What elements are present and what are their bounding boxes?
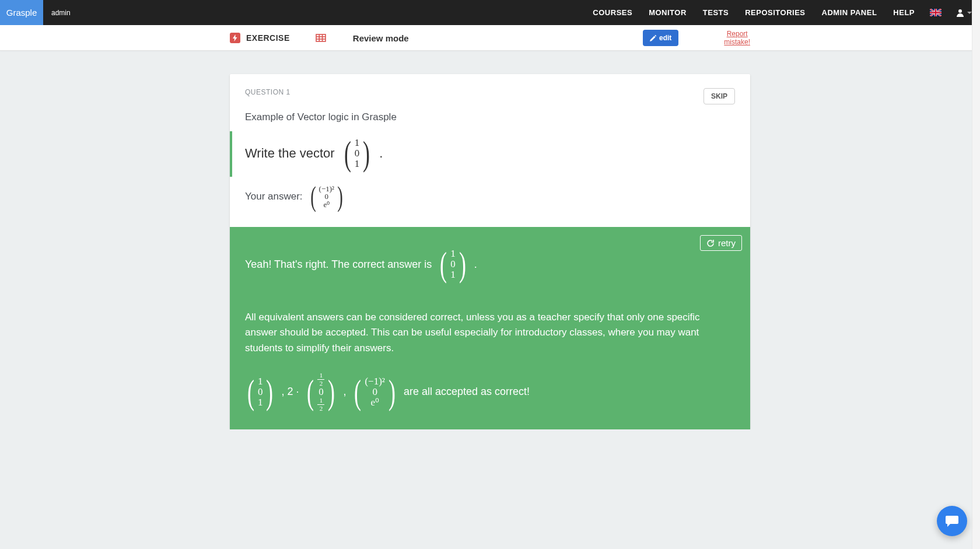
- vec-entry: 0: [258, 387, 263, 397]
- question-title: Example of Vector logic in Grasple: [230, 104, 750, 123]
- vec-entry: 1: [355, 138, 360, 148]
- vec-entry: (−1)²: [365, 376, 385, 387]
- vec-entry: 1: [258, 376, 263, 387]
- feedback-head-post: .: [474, 258, 477, 271]
- question-prompt: Write the vector ( 1 0 1 ) .: [230, 131, 750, 177]
- vec-entry: 12: [317, 372, 324, 387]
- role-label: admin: [43, 0, 79, 25]
- skip-button[interactable]: SKIP: [704, 88, 735, 104]
- edit-button[interactable]: edit: [643, 30, 678, 46]
- nav-repositories[interactable]: REPOSITORIES: [737, 0, 813, 25]
- vec-entry: 1: [450, 270, 456, 280]
- report-line2: mistake!: [724, 38, 750, 46]
- mode-title: Review mode: [353, 33, 409, 43]
- nav-monitor[interactable]: MONITOR: [640, 0, 695, 25]
- user-icon: [957, 9, 964, 17]
- nav-help[interactable]: HELP: [885, 0, 923, 25]
- svg-rect-4: [930, 12, 942, 13]
- your-answer-row: Your answer: ( (−1)² 0 e⁰ ): [230, 177, 750, 227]
- vec-entry: 0: [325, 193, 329, 201]
- nav-admin-panel[interactable]: ADMIN PANEL: [814, 0, 886, 25]
- prompt-vector: ( 1 0 1 ): [342, 136, 372, 171]
- vec-entry: e⁰: [323, 201, 330, 209]
- prompt-trail: .: [379, 146, 383, 161]
- nav-courses[interactable]: COURSES: [584, 0, 640, 25]
- correct-vector: ( 1 0 1 ): [438, 247, 468, 282]
- vec-entry: 1: [450, 249, 456, 259]
- nav-tests[interactable]: TESTS: [695, 0, 737, 25]
- language-flag-uk[interactable]: [923, 0, 949, 25]
- feedback-body: All equivalent answers can be considered…: [245, 310, 712, 356]
- feedback-examples: ( 1 0 1 ) , 2 · ( 12 0 12 ): [245, 372, 735, 412]
- top-navbar: Grasple admin COURSES MONITOR TESTS REPO…: [0, 0, 980, 25]
- ex-vec-2: ( 12 0 12 ): [304, 372, 337, 412]
- refresh-icon: [706, 239, 715, 247]
- exercise-bolt-icon: [230, 33, 240, 43]
- vec-entry: 1: [355, 159, 360, 169]
- vec-entry: 0: [355, 148, 360, 159]
- pencil-icon: [650, 35, 656, 41]
- page-scrollbar[interactable]: [972, 0, 980, 429]
- retry-button[interactable]: retry: [700, 235, 742, 251]
- feedback-headline: Yeah! That's right. The correct answer i…: [245, 258, 432, 271]
- svg-point-5: [958, 9, 962, 13]
- feedback-panel: retry Yeah! That's right. The correct an…: [230, 227, 750, 429]
- mode-bar: EXERCISE Review mode edit Report mistake…: [0, 25, 980, 51]
- svg-rect-6: [316, 34, 326, 41]
- vec-entry: 0: [318, 387, 324, 397]
- vec-entry: e⁰: [370, 397, 379, 408]
- exercise-tag: EXERCISE: [246, 33, 290, 43]
- prompt-text: Write the vector: [245, 146, 335, 161]
- ex-sep-1: , 2 ·: [281, 386, 299, 398]
- vec-entry: 12: [317, 397, 324, 412]
- ex-sep-2: ,: [343, 386, 346, 398]
- report-line1: Report: [727, 30, 748, 38]
- ex-vec-3: ( (−1)² 0 e⁰ ): [352, 375, 397, 410]
- retry-label: retry: [718, 238, 736, 248]
- question-number: QUESTION 1: [245, 88, 290, 96]
- brand-logo[interactable]: Grasple: [0, 0, 43, 25]
- vec-entry: (−1)²: [319, 185, 334, 193]
- your-answer-label: Your answer:: [245, 191, 303, 202]
- your-answer-vector: ( (−1)² 0 e⁰ ): [309, 183, 345, 211]
- vec-entry: 0: [450, 259, 456, 270]
- vec-entry: 0: [372, 387, 377, 397]
- edit-button-label: edit: [659, 34, 671, 42]
- vec-entry: 1: [258, 397, 263, 408]
- ex-vec-1: ( 1 0 1 ): [245, 375, 275, 410]
- report-mistake-link[interactable]: Report mistake!: [724, 30, 750, 47]
- chevron-down-icon: [967, 12, 972, 14]
- ex-trail: are all accepted as correct!: [404, 386, 530, 398]
- exercise-card: QUESTION 1 SKIP Example of Vector logic …: [230, 74, 750, 429]
- grid-icon[interactable]: [316, 34, 326, 42]
